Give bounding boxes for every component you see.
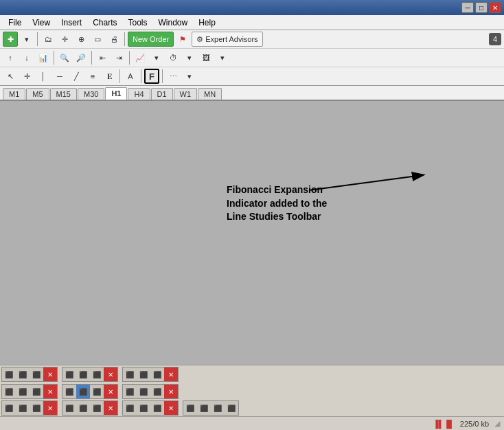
tab-icon-6b[interactable]: ⬛: [137, 385, 150, 398]
tab-close-5[interactable]: ✕: [104, 385, 117, 398]
cursor-btn[interactable]: ↖: [3, 69, 18, 84]
trendline-btn[interactable]: ╱: [69, 69, 84, 84]
tab-icon-8c[interactable]: ⬛: [90, 401, 104, 415]
tf-d1[interactable]: D1: [151, 88, 173, 100]
clock-btn[interactable]: ⏱: [165, 50, 181, 65]
tab-icon-5c[interactable]: ⬛: [90, 385, 104, 398]
move-btn[interactable]: ✛: [57, 32, 72, 47]
tf-h4[interactable]: H4: [128, 88, 150, 100]
tab-icon-7b[interactable]: ⬛: [16, 401, 30, 415]
expert-advisors-btn[interactable]: ⚙ Expert Advisors: [192, 32, 262, 47]
dropdown-btn1[interactable]: ▾: [19, 32, 34, 47]
sep8: [162, 69, 163, 83]
tab-icon-1c[interactable]: ⬛: [30, 367, 43, 381]
tab-icon-9b[interactable]: ⬛: [137, 401, 150, 415]
tab-close-9[interactable]: ✕: [164, 401, 178, 415]
crosshair-btn[interactable]: ✛: [19, 69, 34, 84]
tf-m5[interactable]: M5: [26, 88, 49, 100]
chart-type-btn[interactable]: 📊: [36, 50, 51, 65]
scroll-left-btn[interactable]: ⇤: [95, 50, 110, 65]
tab-icon-10b[interactable]: ⬛: [197, 401, 211, 415]
tab-icon-9c[interactable]: ⬛: [150, 401, 164, 415]
fib-expansion-btn[interactable]: F: [144, 69, 159, 84]
tab-icon-10c[interactable]: ⬛: [211, 401, 225, 415]
badge-btn[interactable]: 4: [489, 33, 501, 45]
new-order-label: New Order: [133, 35, 169, 43]
tf-m15[interactable]: M15: [50, 88, 77, 100]
tab-icon-6c[interactable]: ⬛: [150, 385, 164, 398]
zoom-in-btn2[interactable]: 🔍: [57, 50, 72, 65]
tab-icon-8b[interactable]: ⬛: [76, 401, 90, 415]
tab-close-4[interactable]: ✕: [43, 385, 57, 398]
minimize-button[interactable]: ─: [461, 2, 474, 13]
tf-m1[interactable]: M1: [3, 88, 25, 100]
tf-mn[interactable]: MN: [198, 88, 222, 100]
tab-icon-1b[interactable]: ⬛: [16, 367, 30, 381]
tab-icon-3b[interactable]: ⬛: [137, 367, 150, 381]
toolbar-row-3: ↖ ✛ │ ─ ╱ ≡ 𝐄 A F ⋯ ▾: [0, 67, 504, 85]
resize-handle: ◢: [494, 419, 500, 428]
bar-btn[interactable]: ▭: [90, 32, 105, 47]
zoom-out-btn[interactable]: 🔎: [73, 50, 89, 65]
zoom-in-btn[interactable]: ⊕: [73, 32, 89, 47]
menu-window[interactable]: Window: [153, 16, 194, 29]
line-btn[interactable]: │: [36, 69, 51, 84]
print-btn[interactable]: 🖨: [106, 32, 122, 47]
text-btn[interactable]: 𝐄: [102, 69, 117, 84]
dropdown-btn3[interactable]: ▾: [182, 50, 197, 65]
down-arrow-btn[interactable]: ↓: [19, 50, 34, 65]
tf-h1[interactable]: H1: [105, 87, 127, 100]
tab-close-2[interactable]: ✕: [104, 367, 117, 381]
tab-icon-7c[interactable]: ⬛: [30, 401, 43, 415]
template-btn[interactable]: 🖼: [198, 50, 214, 65]
window-controls: ─ □ ✕: [461, 2, 501, 13]
tab-icon-4c[interactable]: ⬛: [30, 385, 43, 398]
tab-icon-2b[interactable]: ⬛: [76, 367, 90, 381]
tab-close-1[interactable]: ✕: [43, 367, 57, 381]
tab-icon-4a[interactable]: ⬛: [2, 385, 16, 398]
more-tools-btn[interactable]: ⋯: [165, 69, 181, 84]
indicators-btn[interactable]: 📈: [133, 50, 148, 65]
tab-icon-5a[interactable]: ⬛: [62, 385, 76, 398]
menu-help[interactable]: Help: [193, 16, 221, 29]
text2-btn[interactable]: A: [123, 69, 138, 84]
menu-charts[interactable]: Charts: [87, 16, 122, 29]
maximize-button[interactable]: □: [475, 2, 488, 13]
tab-icon-1a[interactable]: ⬛: [2, 367, 16, 381]
sep6: [119, 69, 120, 83]
open-btn[interactable]: 🗂: [41, 32, 56, 47]
menu-insert[interactable]: Insert: [56, 16, 87, 29]
tab-icon-7a[interactable]: ⬛: [2, 401, 16, 415]
menu-file[interactable]: File: [3, 16, 27, 29]
tab-icon-2c[interactable]: ⬛: [90, 367, 104, 381]
tab-icon-3a[interactable]: ⬛: [123, 367, 137, 381]
tab-icon-8a[interactable]: ⬛: [62, 401, 76, 415]
tab-icon-4b[interactable]: ⬛: [16, 385, 30, 398]
dropdown-btn4[interactable]: ▾: [215, 50, 230, 65]
close-button[interactable]: ✕: [489, 2, 501, 13]
menu-tools[interactable]: Tools: [123, 16, 153, 29]
tab-icon-3c[interactable]: ⬛: [150, 367, 164, 381]
tf-w1[interactable]: W1: [174, 88, 198, 100]
menu-view[interactable]: View: [27, 16, 56, 29]
dropdown-btn2[interactable]: ▾: [149, 50, 164, 65]
new-order-btn[interactable]: New Order: [128, 32, 174, 47]
tab-icon-9a[interactable]: ⬛: [123, 401, 137, 415]
hline-btn[interactable]: ─: [52, 69, 67, 84]
fib-btn[interactable]: ≡: [85, 69, 100, 84]
tab-close-10[interactable]: ⬛: [225, 401, 238, 415]
tab-icon-5b[interactable]: ⬛: [76, 385, 90, 398]
tf-m30[interactable]: M30: [78, 88, 104, 100]
dropdown-btn5[interactable]: ▾: [182, 69, 197, 84]
scroll-right-btn[interactable]: ⇥: [111, 50, 126, 65]
tab-close-8[interactable]: ✕: [104, 401, 117, 415]
tab-close-7[interactable]: ✕: [43, 401, 57, 415]
chart-tabs-row-3: ⬛ ⬛ ⬛ ✕ ⬛ ⬛ ⬛ ✕ ⬛ ⬛ ⬛ ✕ ⬛ ⬛ ⬛ ⬛: [0, 400, 504, 416]
tab-icon-2a[interactable]: ⬛: [62, 367, 76, 381]
new-chart-btn[interactable]: ✚: [3, 32, 18, 47]
up-arrow-btn[interactable]: ↑: [3, 50, 18, 65]
tab-close-6[interactable]: ✕: [164, 385, 178, 398]
tab-icon-10a[interactable]: ⬛: [183, 401, 197, 415]
tab-icon-6a[interactable]: ⬛: [123, 385, 137, 398]
tab-close-3[interactable]: ✕: [164, 367, 178, 381]
